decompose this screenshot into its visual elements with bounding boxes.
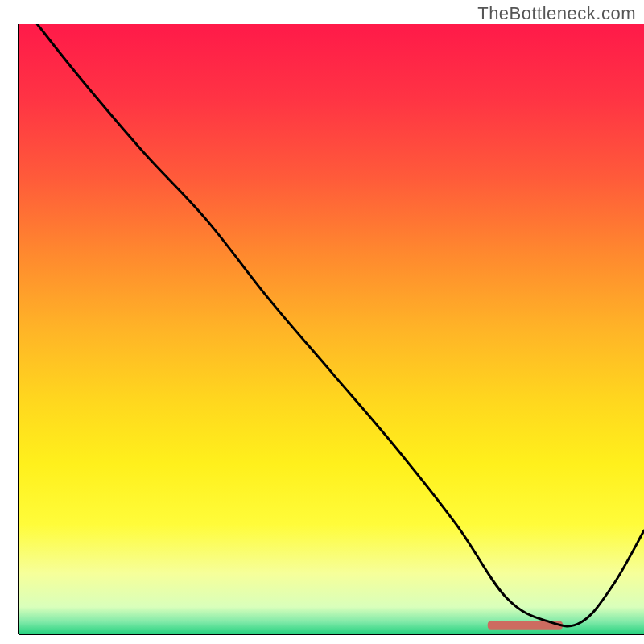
bottleneck-chart [0,0,644,644]
chart-stage: TheBottleneck.com [0,0,644,644]
